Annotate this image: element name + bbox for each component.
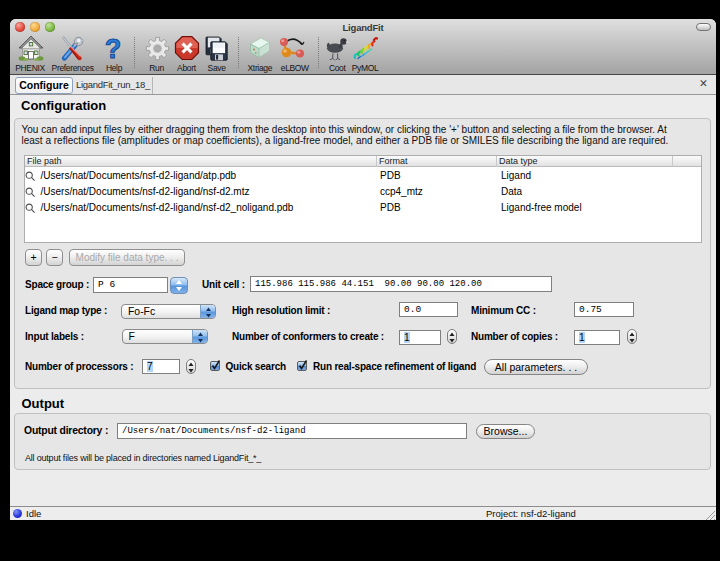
svg-text:?: ? — [105, 35, 122, 62]
